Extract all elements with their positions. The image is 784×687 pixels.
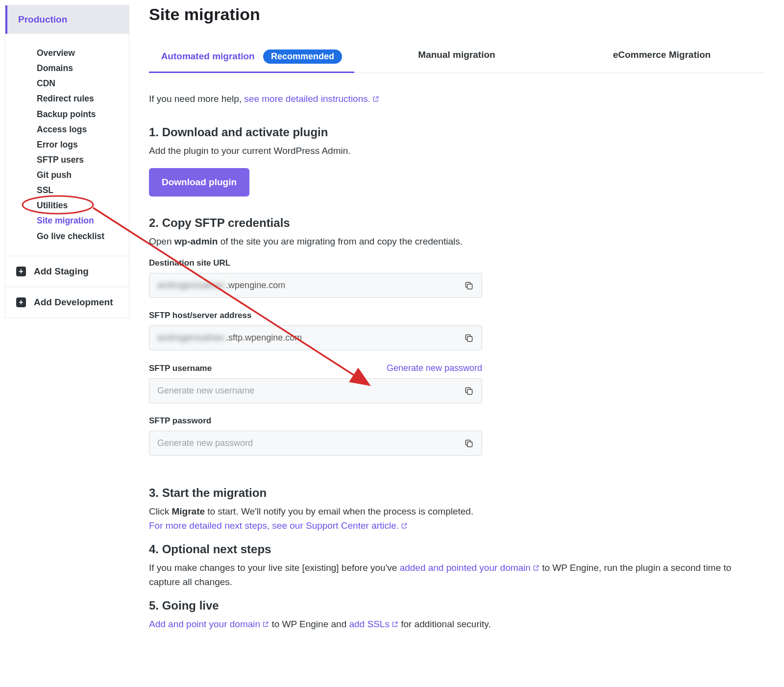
- add-staging-button[interactable]: + Add Staging: [5, 256, 129, 287]
- tab-manual[interactable]: Manual migration: [354, 42, 560, 73]
- sidebar-item-backup-points[interactable]: Backup points: [37, 107, 119, 122]
- external-link-icon: [392, 621, 398, 628]
- recommended-badge: Recommended: [263, 49, 342, 64]
- tab-ecommerce[interactable]: eCommerce Migration: [559, 42, 764, 73]
- sidebar-item-ssl[interactable]: SSL: [37, 183, 119, 198]
- sftp-host-label: SFTP host/server address: [149, 311, 251, 320]
- plus-icon: +: [16, 297, 26, 307]
- tab-automated[interactable]: Automated migration Recommended: [149, 42, 354, 73]
- download-plugin-button[interactable]: Download plugin: [149, 168, 249, 196]
- sidebar-item-git-push[interactable]: Git push: [37, 168, 119, 183]
- step1-title: 1. Download and activate plugin: [149, 125, 764, 139]
- step3-title: 3. Start the migration: [149, 486, 764, 500]
- external-link-icon: [533, 564, 539, 571]
- sidebar-item-utilities[interactable]: Utilities: [37, 198, 119, 213]
- step3-desc: Click Migrate to start. We'll notify you…: [149, 505, 764, 533]
- generate-password-link[interactable]: Generate new password: [387, 363, 482, 373]
- help-link[interactable]: see more detailed instructions.: [244, 94, 379, 104]
- sftp-password-field[interactable]: Generate new password: [149, 431, 482, 456]
- copy-icon[interactable]: [464, 386, 474, 396]
- migration-tabs: Automated migration Recommended Manual m…: [149, 42, 764, 73]
- sftp-host-field[interactable]: androgenixahwc.sftp.wpengine.com: [149, 325, 482, 350]
- support-link[interactable]: For more detailed next steps, see our Su…: [149, 520, 408, 531]
- sidebar-item-cdn[interactable]: CDN: [37, 76, 119, 91]
- sidebar-nav: OverviewDomainsCDNRedirect rulesBackup p…: [5, 34, 129, 256]
- sidebar-item-error-logs[interactable]: Error logs: [37, 137, 119, 152]
- svg-rect-1: [467, 337, 472, 342]
- add-staging-label: Add Staging: [34, 266, 89, 277]
- external-link-icon: [372, 96, 379, 102]
- sftp-username-field[interactable]: Generate new username: [149, 378, 482, 403]
- sidebar-item-overview[interactable]: Overview: [37, 46, 119, 61]
- step4-title: 4. Optional next steps: [149, 542, 764, 556]
- dest-url-field[interactable]: androgenixahwc.wpengine.com: [149, 273, 482, 298]
- external-link-icon: [401, 522, 408, 529]
- svg-rect-3: [467, 442, 472, 447]
- sidebar-item-redirect-rules[interactable]: Redirect rules: [37, 91, 119, 106]
- copy-icon[interactable]: [464, 439, 474, 448]
- sidebar-item-access-logs[interactable]: Access logs: [37, 122, 119, 137]
- page-title: Site migration: [149, 5, 764, 24]
- plus-icon: +: [16, 267, 26, 276]
- step5-desc: Add and point your domain to WP Engine a…: [149, 617, 764, 632]
- domain-link[interactable]: added and pointed your domain: [400, 563, 539, 573]
- sidebar-item-site-migration[interactable]: Site migration: [37, 213, 119, 228]
- dest-url-value: androgenixahwc.wpengine.com: [157, 280, 464, 291]
- point-domain-link[interactable]: Add and point your domain: [149, 619, 269, 629]
- tab-automated-label: Automated migration: [161, 51, 255, 61]
- add-development-label: Add Development: [34, 297, 113, 308]
- sidebar-item-go-live-checklist[interactable]: Go live checklist: [37, 229, 119, 244]
- sftp-password-label: SFTP password: [149, 416, 211, 426]
- add-development-button[interactable]: + Add Development: [5, 287, 129, 318]
- svg-rect-2: [467, 390, 472, 394]
- step2-desc: Open wp-admin of the site you are migrat…: [149, 235, 764, 249]
- step2-title: 2. Copy SFTP credentials: [149, 216, 764, 230]
- sftp-username-placeholder: Generate new username: [157, 386, 464, 396]
- step4-desc: If you make changes to your live site [e…: [149, 561, 764, 589]
- step1-desc: Add the plugin to your current WordPress…: [149, 144, 764, 158]
- svg-rect-0: [467, 284, 472, 289]
- sidebar-env-header[interactable]: Production: [5, 5, 129, 34]
- sftp-host-value: androgenixahwc.sftp.wpengine.com: [157, 333, 464, 343]
- add-ssl-link[interactable]: add SSLs: [349, 619, 398, 629]
- step5-title: 5. Going live: [149, 599, 764, 613]
- sidebar-item-sftp-users[interactable]: SFTP users: [37, 152, 119, 168]
- sftp-password-placeholder: Generate new password: [157, 438, 464, 448]
- help-text: If you need more help, see more detailed…: [149, 92, 764, 106]
- sidebar-item-domains[interactable]: Domains: [37, 61, 119, 76]
- copy-icon[interactable]: [464, 333, 474, 343]
- external-link-icon: [262, 621, 269, 628]
- copy-icon[interactable]: [464, 281, 474, 291]
- dest-url-label: Destination site URL: [149, 258, 230, 268]
- sftp-username-label: SFTP username: [149, 364, 212, 373]
